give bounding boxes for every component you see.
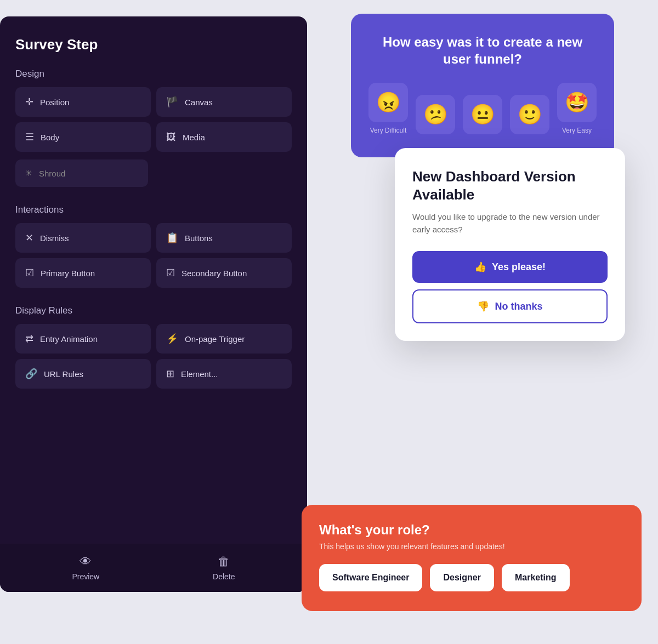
role-card: What's your role? This helps us show you… <box>302 505 642 611</box>
delete-button[interactable]: 🗑 Delete <box>213 555 235 581</box>
on-page-trigger-label: On-page Trigger <box>185 334 245 344</box>
software-engineer-button[interactable]: Software Engineer <box>319 564 422 591</box>
secondary-button-label: Secondary Button <box>181 269 247 278</box>
survey-card-title: How easy was it to create a new user fun… <box>368 33 597 67</box>
delete-label: Delete <box>213 572 235 581</box>
left-panel: Survey Step Design ✛ Position 🏴 Canvas ☰… <box>0 16 307 592</box>
emoji-item-3: 😐 <box>463 95 502 134</box>
primary-button-btn[interactable]: ☑ Primary Button <box>15 258 151 288</box>
canvas-icon: 🏴 <box>166 96 178 108</box>
dismiss-label: Dismiss <box>40 233 69 243</box>
url-rules-label: URL Rules <box>44 369 83 379</box>
no-thanks-button[interactable]: 👎 No thanks <box>412 289 608 323</box>
design-section-label: Design <box>15 69 292 79</box>
body-button[interactable]: ☰ Body <box>15 122 151 152</box>
designer-button[interactable]: Designer <box>430 564 494 591</box>
emoji-item-1: 😠 Very Difficult <box>368 83 408 134</box>
interactions-section-label: Interactions <box>15 204 292 215</box>
preview-button[interactable]: 👁 Preview <box>72 555 99 581</box>
software-engineer-label: Software Engineer <box>332 573 409 582</box>
emoji-item-4: 🙂 <box>510 95 549 134</box>
secondary-check-icon: ☑ <box>166 267 175 279</box>
emoji-row: 😠 Very Difficult 😕 😐 🙂 🤩 Very Easy <box>368 83 597 134</box>
role-card-title: What's your role? <box>319 522 624 538</box>
emoji-bg-1[interactable]: 😠 <box>368 83 408 122</box>
marketing-button[interactable]: Marketing <box>502 564 570 591</box>
thumbs-down-icon: 👎 <box>477 300 489 312</box>
url-rules-button[interactable]: 🔗 URL Rules <box>15 359 151 389</box>
element-icon: ⊞ <box>166 368 174 380</box>
yes-please-label: Yes please! <box>492 261 546 273</box>
emoji-item-5: 🤩 Very Easy <box>557 83 597 134</box>
emoji-bg-5[interactable]: 🤩 <box>557 83 597 122</box>
body-label: Body <box>41 133 59 142</box>
emoji-bg-4[interactable]: 🙂 <box>510 95 549 134</box>
display-rules-section-label: Display Rules <box>15 305 292 316</box>
media-button[interactable]: 🖼 Media <box>156 122 292 152</box>
on-page-trigger-button[interactable]: ⚡ On-page Trigger <box>156 324 292 354</box>
preview-label: Preview <box>72 572 99 581</box>
dashboard-card: New Dashboard Version Available Would yo… <box>395 148 625 341</box>
canvas-label: Canvas <box>185 98 213 107</box>
body-icon: ☰ <box>25 131 34 143</box>
panel-footer: 👁 Preview 🗑 Delete <box>0 544 307 592</box>
emoji-label-right: Very Easy <box>562 127 592 134</box>
primary-button-label: Primary Button <box>41 269 95 278</box>
buttons-icon: 📋 <box>166 232 178 244</box>
marketing-label: Marketing <box>515 573 557 582</box>
url-rules-icon: 🔗 <box>25 368 37 380</box>
survey-card: How easy was it to create a new user fun… <box>351 14 614 157</box>
role-card-subtitle: This helps us show you relevant features… <box>319 542 624 551</box>
thumbs-up-icon: 👍 <box>474 261 486 273</box>
media-icon: 🖼 <box>166 132 176 143</box>
emoji-bg-2[interactable]: 😕 <box>416 95 455 134</box>
canvas-button[interactable]: 🏴 Canvas <box>156 87 292 117</box>
buttons-label: Buttons <box>185 233 213 243</box>
yes-please-button[interactable]: 👍 Yes please! <box>412 251 608 283</box>
buttons-button[interactable]: 📋 Buttons <box>156 223 292 253</box>
element-button[interactable]: ⊞ Element... <box>156 359 292 389</box>
delete-icon: 🗑 <box>218 555 230 569</box>
emoji-item-2: 😕 <box>416 95 455 134</box>
trigger-icon: ⚡ <box>166 333 178 345</box>
position-label: Position <box>40 98 69 107</box>
entry-animation-label: Entry Animation <box>40 334 98 344</box>
entry-animation-icon: ⇄ <box>25 333 33 345</box>
panel-title: Survey Step <box>15 36 292 53</box>
dashboard-description: Would you like to upgrade to the new ver… <box>412 211 608 236</box>
dismiss-button[interactable]: ✕ Dismiss <box>15 223 151 253</box>
dismiss-icon: ✕ <box>25 232 33 244</box>
preview-icon: 👁 <box>80 555 92 569</box>
emoji-bg-3[interactable]: 😐 <box>463 95 502 134</box>
designer-label: Designer <box>443 573 480 582</box>
role-options: Software Engineer Designer Marketing <box>319 564 624 591</box>
media-label: Media <box>183 133 205 142</box>
dashboard-title: New Dashboard Version Available <box>412 168 608 203</box>
no-thanks-label: No thanks <box>495 301 542 312</box>
shroud-label: Shroud <box>39 169 65 178</box>
position-button[interactable]: ✛ Position <box>15 87 151 117</box>
shroud-icon: ✳ <box>25 168 32 178</box>
secondary-button-btn[interactable]: ☑ Secondary Button <box>156 258 292 288</box>
element-label: Element... <box>181 369 218 379</box>
primary-check-icon: ☑ <box>25 267 34 279</box>
shroud-button[interactable]: ✳ Shroud <box>15 159 148 187</box>
emoji-label-left: Very Difficult <box>370 127 406 134</box>
position-icon: ✛ <box>25 96 33 108</box>
entry-animation-button[interactable]: ⇄ Entry Animation <box>15 324 151 354</box>
